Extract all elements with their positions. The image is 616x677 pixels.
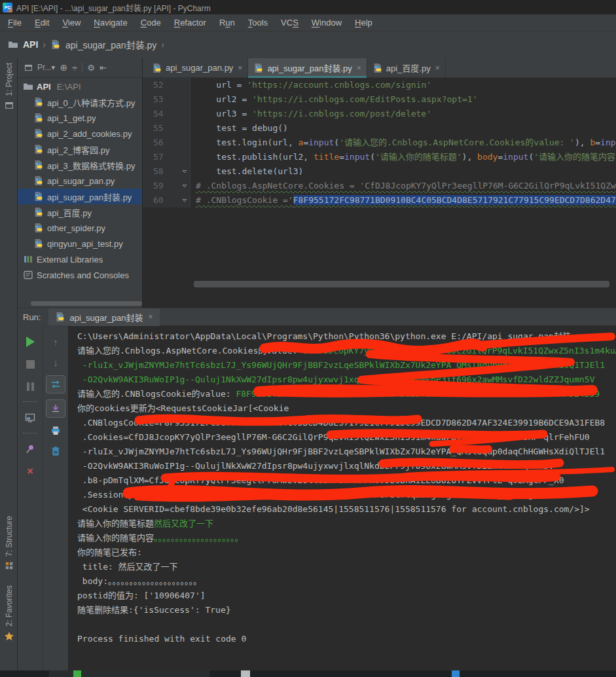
run-tab-close-icon[interactable]: × [149, 312, 153, 321]
menu-item-code[interactable]: Code [134, 18, 168, 27]
console-line: 你的随笔已发布: [77, 545, 616, 560]
console-line: postid的值为: ['10906407'] [77, 589, 616, 603]
code-text: test.delete(url3) [190, 164, 616, 179]
tree-item-label: api_百度.py [47, 206, 92, 219]
menu-item-refactor[interactable]: Refactor [168, 18, 213, 27]
scroll-to-end-icon [50, 403, 61, 414]
tab-close-icon[interactable]: × [435, 64, 440, 73]
line-number: 57 [143, 150, 179, 164]
run-tab-label: api_sugar_pan封装 [69, 311, 143, 323]
tree-item[interactable]: qingyun_api_test.py [18, 236, 142, 251]
project-view-icon[interactable] [24, 64, 33, 72]
tree-item[interactable]: api_3_数据格式转换.py [18, 157, 142, 173]
editor-line[interactable]: 52 url = 'https://account.cnblogs.com/si… [143, 78, 616, 92]
tab-close-icon[interactable]: × [238, 64, 242, 73]
editor-line[interactable]: 53 url2 = 'https://i.cnblogs.com/EditPos… [143, 92, 616, 107]
code-editor[interactable]: 52 url = 'https://account.cnblogs.com/si… [143, 78, 616, 209]
menu-item-navigate[interactable]: Navigate [87, 18, 134, 27]
editor-hscrollbar[interactable] [143, 280, 616, 288]
tree-item[interactable]: APIE:\API [18, 79, 142, 94]
editor-line[interactable]: 58 test.delete(url3) [143, 164, 616, 179]
stop-button[interactable] [23, 357, 37, 371]
tool-button-structure[interactable]: 7: Structure [0, 516, 18, 570]
python-file-icon [33, 191, 44, 202]
breadcrumb-root[interactable]: API [23, 39, 38, 50]
code-text: # .Cnblogs.AspNetCore.Cookies = 'CfDJ8Jc… [190, 179, 616, 193]
menu-item-window[interactable]: Window [305, 18, 348, 27]
line-number: 55 [143, 121, 179, 136]
menu-item-view[interactable]: View [56, 18, 87, 27]
tree-item[interactable]: External Libraries [18, 251, 142, 267]
pycharm-logo-icon: PC [3, 3, 12, 12]
window-title: API [E:\API] - ...\api_sugar_pan封装.py [A… [16, 2, 211, 13]
soft-wrap-button[interactable] [46, 375, 65, 393]
menu-item-vcs[interactable]: VCS [274, 18, 305, 27]
editor-line[interactable]: 56 test.login(url, a=input('请输入您的.Cnblog… [143, 136, 616, 150]
editor-line[interactable]: 59# .Cnblogs.AspNetCore.Cookies = 'CfDJ8… [143, 179, 616, 193]
fold-marker-icon[interactable] [179, 193, 190, 208]
tree-item[interactable]: other_spider.py [18, 220, 142, 236]
editor-line[interactable]: 57 test.publish(url2, title=input('请输入你的… [143, 150, 616, 164]
console-line: Process finished with exit code 0 [77, 632, 616, 646]
hide-panel-icon[interactable]: ⇤ [100, 63, 107, 73]
tree-item[interactable]: Scratches and Consoles [18, 267, 142, 283]
tab-label: api_sugar_pan.py [166, 63, 233, 73]
menu-item-edit[interactable]: Edit [28, 18, 56, 27]
editor-tab[interactable]: api_sugar_pan封装.py× [248, 58, 367, 77]
pin-icon [25, 444, 35, 454]
clear-all-button[interactable] [48, 444, 63, 458]
tree-item[interactable]: api_0_八种请求方式.py [18, 94, 142, 110]
tree-item[interactable]: api_百度.py [18, 204, 142, 220]
line-number: 56 [143, 136, 179, 150]
tool-button-favorites[interactable]: 2: Favorites [0, 585, 18, 642]
tree-item-path: E:\API [57, 82, 81, 92]
lib-icon [23, 254, 33, 265]
taskbar-app-icon [452, 670, 460, 677]
pin-tab-button[interactable] [23, 442, 37, 456]
run-console[interactable]: C:\Users\Administrator\AppData\Local\Pro… [69, 325, 616, 670]
menu-item-help[interactable]: Help [348, 18, 379, 27]
pause-output-button[interactable] [23, 379, 37, 393]
project-view-selector[interactable]: Pr...▾ [37, 63, 55, 72]
tab-close-icon[interactable]: × [357, 64, 361, 73]
editor-line[interactable]: 54 url3 = 'https://i.cnblogs.com/post/de… [143, 107, 616, 121]
up-stacktrace-button[interactable]: ↑ [48, 335, 63, 349]
breadcrumb-chevron-icon: › [43, 39, 46, 50]
menu-item-tools[interactable]: Tools [242, 18, 274, 27]
tree-item-label: External Libraries [37, 255, 103, 265]
menu-item-run[interactable]: Run [213, 18, 242, 27]
fold-marker-icon[interactable] [179, 164, 190, 179]
editor-tab[interactable]: api_sugar_pan.py× [147, 58, 248, 77]
project-hscrollbar[interactable] [18, 301, 142, 306]
tree-item[interactable]: api_2_博客园.py [18, 141, 142, 157]
scroll-to-end-button[interactable] [46, 399, 65, 418]
rerun-button[interactable] [23, 335, 37, 349]
tree-item-label: api_sugar_pan.py [47, 176, 115, 186]
editor-line[interactable]: 60# .CNBlogsCookie ='F8F955172FC98771BD0… [143, 193, 616, 208]
tree-item[interactable]: api_sugar_pan封装.py [18, 189, 142, 204]
run-tab[interactable]: api_sugar_pan封装 × [48, 308, 159, 326]
editor-line[interactable]: 55 test = debug() [143, 121, 616, 136]
editor-tab[interactable]: api_百度.py× [367, 58, 446, 77]
console-line: -O2QvkW9AKI3RuWoIP1g--Quluj1NkXwW27dIpsr… [77, 373, 616, 387]
breadcrumb-file[interactable]: api_sugar_pan封装.py [65, 38, 156, 51]
fold-marker-icon[interactable] [179, 179, 190, 193]
down-stacktrace-button[interactable]: ↓ [48, 355, 63, 369]
project-panel: Pr...▾ ⊕ ÷ ⚙ ⇤ APIE:\APIapi_0_八种请求方式.pya… [18, 58, 143, 308]
python-file-icon [33, 175, 44, 186]
python-file-icon [33, 128, 44, 139]
locate-file-icon[interactable]: ⊕ [60, 62, 67, 73]
collapse-all-icon[interactable]: ÷ [72, 62, 77, 73]
fold-chevron-icon [181, 183, 188, 189]
tree-item[interactable]: api_1_get.py [18, 110, 142, 126]
tree-item[interactable]: api_sugar_pan.py [18, 173, 142, 189]
python-file-icon [33, 207, 44, 217]
menu-item-file[interactable]: File [1, 18, 28, 27]
tree-item[interactable]: api_2_add_cookies.py [18, 126, 142, 141]
close-panel-button[interactable]: × [23, 464, 37, 479]
play-icon [26, 337, 35, 347]
restore-layout-button[interactable] [23, 411, 37, 425]
tool-button-project[interactable]: 1: Project [0, 63, 18, 110]
settings-gear-icon[interactable]: ⚙ [87, 63, 95, 73]
print-button[interactable] [48, 424, 63, 438]
